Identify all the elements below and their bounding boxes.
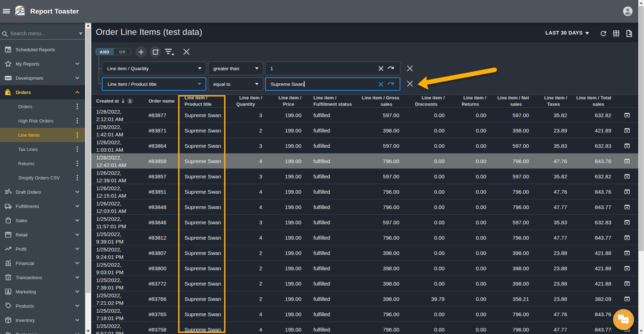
svg-text:DEV: DEV: [5, 77, 11, 80]
